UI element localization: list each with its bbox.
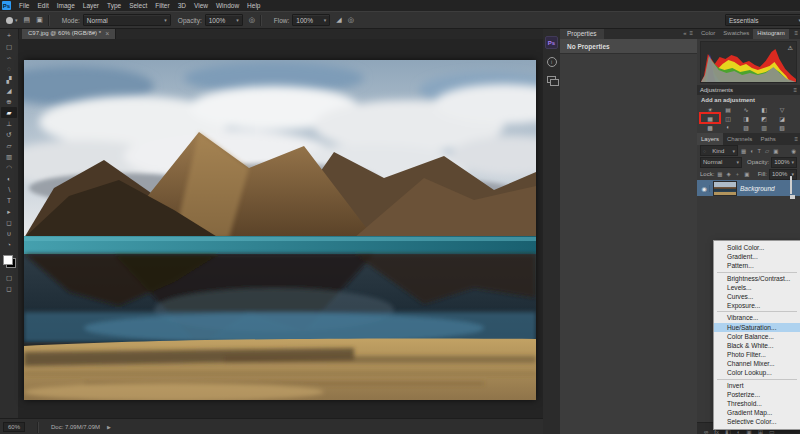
flow-select[interactable]: 100%▾: [292, 14, 330, 26]
type-tool[interactable]: T: [1, 195, 17, 206]
history-brush-tool[interactable]: ↺: [1, 129, 17, 140]
panel-menu-icon[interactable]: ≡: [689, 30, 693, 36]
blend-mode-select[interactable]: Normal▾: [83, 14, 171, 26]
clone-source-panel-icon[interactable]: [547, 76, 556, 83]
quick-mask-button[interactable]: ▢: [1, 272, 17, 283]
color-lookup-icon[interactable]: ▩: [701, 123, 719, 131]
filter-type-layers-icon[interactable]: T: [758, 148, 761, 154]
menu-item-solid-color[interactable]: Solid Color...: [714, 243, 800, 252]
vibrance-icon[interactable]: ▽: [773, 105, 791, 113]
menu-type[interactable]: Type: [107, 2, 121, 9]
document-canvas-image[interactable]: [24, 60, 536, 400]
filter-smart-objects-icon[interactable]: ▣: [773, 148, 778, 154]
shape-tool[interactable]: ◻: [1, 217, 17, 228]
menu-3d[interactable]: 3D: [178, 2, 186, 9]
foreground-color-swatch[interactable]: [3, 255, 13, 265]
crop-tool[interactable]: ▞: [1, 74, 17, 85]
invert-icon[interactable]: ◐: [719, 123, 737, 131]
menu-item-selective-color[interactable]: Selective Color...: [714, 417, 800, 426]
new-adjustment-layer-icon[interactable]: ◐: [737, 429, 741, 434]
levels-icon[interactable]: ▤: [719, 105, 737, 113]
blur-tool[interactable]: ◠: [1, 162, 17, 173]
posterize-icon[interactable]: ▨: [737, 123, 755, 131]
menu-item-photo-filter[interactable]: Photo Filter...: [714, 350, 800, 359]
info-panel-icon[interactable]: i: [547, 57, 557, 67]
tab-channels[interactable]: Channels: [723, 133, 756, 145]
brush-settings-icon[interactable]: ▣: [36, 15, 43, 25]
menu-item-color-balance[interactable]: Color Balance...: [714, 332, 800, 341]
hue-saturation-icon[interactable]: ▦: [701, 114, 719, 122]
eyedropper-tool[interactable]: ◢: [1, 85, 17, 96]
menu-item-threshold[interactable]: Threshold...: [714, 399, 800, 408]
layer-visibility-eye-icon[interactable]: ◉: [699, 185, 710, 192]
lock-pixels-icon[interactable]: ◈: [727, 171, 731, 177]
menu-item-gradient[interactable]: Gradient...: [714, 252, 800, 261]
brush-preset-icon[interactable]: [6, 17, 13, 24]
pen-tool[interactable]: ∖: [1, 184, 17, 195]
menu-filter[interactable]: Filter: [155, 2, 169, 9]
panel-menu-icon[interactable]: ≡: [794, 133, 800, 145]
filter-toggle-icon[interactable]: ◉: [791, 148, 796, 154]
menu-item-posterize[interactable]: Posterize...: [714, 390, 800, 399]
lasso-tool[interactable]: ∽: [1, 52, 17, 63]
menu-view[interactable]: View: [194, 2, 208, 9]
collapse-panel-icon[interactable]: «: [683, 30, 686, 36]
filter-pixel-layers-icon[interactable]: ▦: [741, 148, 746, 154]
layer-name[interactable]: Background: [740, 185, 775, 192]
lock-all-icon[interactable]: ▣: [744, 171, 749, 177]
panel-menu-icon[interactable]: ≡: [793, 87, 797, 93]
move-tool[interactable]: ＋: [1, 30, 17, 41]
menu-help[interactable]: Help: [247, 2, 260, 9]
close-tab-icon[interactable]: ×: [105, 30, 109, 37]
layer-opacity-field[interactable]: 100%▾: [771, 157, 797, 168]
layer-row-background[interactable]: ◉ Background: [697, 180, 800, 196]
layer-filter-select[interactable]: ◌ Kind ▾: [700, 145, 738, 156]
opacity-select[interactable]: 100%▾: [205, 14, 243, 26]
workspace-switcher[interactable]: Essentials▾: [725, 14, 800, 26]
menu-item-channel-mixer[interactable]: Channel Mixer...: [714, 359, 800, 368]
menu-item-curves[interactable]: Curves...: [714, 292, 800, 301]
channel-mixer-icon[interactable]: ◪: [773, 114, 791, 122]
filter-adjustment-layers-icon[interactable]: ◐: [750, 148, 753, 154]
exposure-icon[interactable]: ◧: [755, 105, 773, 113]
rectangular-marquee-tool[interactable]: ▢: [1, 41, 17, 52]
tab-layers[interactable]: Layers: [697, 133, 723, 145]
clone-stamp-tool[interactable]: ⊥: [1, 118, 17, 129]
path-selection-tool[interactable]: ▸: [1, 206, 17, 217]
layer-style-icon[interactable]: fx: [714, 429, 719, 434]
layer-thumbnail[interactable]: [713, 181, 737, 196]
airbrush-icon[interactable]: ◢: [336, 15, 341, 25]
menu-layer[interactable]: Layer: [83, 2, 99, 9]
menu-item-brightness-contrast[interactable]: Brightness/Contrast...: [714, 274, 800, 283]
lock-position-icon[interactable]: ＋: [735, 171, 741, 178]
tab-paths[interactable]: Paths: [756, 133, 779, 145]
healing-brush-tool[interactable]: ⊕: [1, 96, 17, 107]
brush-tool[interactable]: ▰: [1, 107, 17, 118]
gradient-tool[interactable]: ▥: [1, 151, 17, 162]
link-layers-icon[interactable]: ∞: [704, 429, 708, 434]
quick-selection-tool[interactable]: ◌: [1, 63, 17, 74]
menu-item-color-lookup[interactable]: Color Lookup...: [714, 368, 800, 377]
filter-shape-layers-icon[interactable]: ▱: [765, 148, 769, 154]
color-swatches[interactable]: [3, 255, 16, 268]
cached-data-warning-icon[interactable]: ⚠: [788, 44, 793, 51]
menu-item-levels[interactable]: Levels...: [714, 283, 800, 292]
layer-blend-mode-select[interactable]: Normal▾: [700, 157, 742, 168]
menu-image[interactable]: Image: [57, 2, 75, 9]
curves-icon[interactable]: ∿: [737, 105, 755, 113]
zoom-tool[interactable]: ◔: [1, 239, 17, 250]
hand-tool[interactable]: ∪: [1, 228, 17, 239]
brightness-contrast-icon[interactable]: ☀: [701, 105, 719, 113]
extension-panel-icon[interactable]: Ps: [545, 36, 558, 49]
photo-filter-icon[interactable]: ◩: [755, 114, 773, 122]
color-balance-icon[interactable]: ◫: [719, 114, 737, 122]
threshold-icon[interactable]: ▥: [755, 123, 773, 131]
menu-item-gradient-map[interactable]: Gradient Map...: [714, 408, 800, 417]
menu-item-exposure[interactable]: Exposure...: [714, 301, 800, 310]
menu-edit[interactable]: Edit: [37, 2, 48, 9]
menu-file[interactable]: File: [19, 2, 29, 9]
zoom-level-field[interactable]: 60%: [3, 422, 25, 432]
menu-item-vibrance[interactable]: Vibrance...: [714, 313, 800, 322]
black-white-icon[interactable]: ◨: [737, 114, 755, 122]
gradient-map-icon[interactable]: ▧: [773, 123, 791, 131]
